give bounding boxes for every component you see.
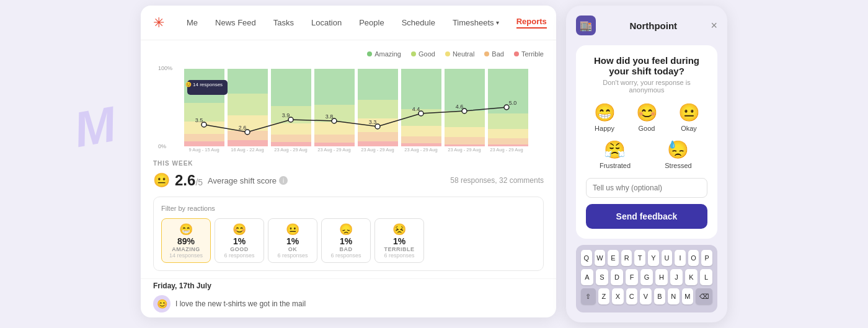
timesheets-arrow-icon: ▾	[496, 19, 499, 26]
key-l[interactable]: L	[700, 269, 712, 285]
key-z[interactable]: Z	[598, 288, 610, 304]
emoji-label-frustrated: Frustrated	[600, 162, 631, 169]
svg-text:4.4: 4.4	[412, 106, 420, 112]
key-n[interactable]: N	[668, 288, 680, 304]
svg-text:9 Aug - 15 Aug: 9 Aug - 15 Aug	[188, 147, 219, 153]
comment-avatar: 😊	[153, 295, 170, 312]
svg-text:23 Aug - 29 Aug: 23 Aug - 29 Aug	[490, 147, 523, 153]
comment-text: I love the new t-shirts we got in the ma…	[175, 299, 306, 308]
emoji-option-frustrated[interactable]: 😤 Frustrated	[600, 140, 631, 169]
nav-item-people[interactable]: People	[359, 18, 384, 27]
reaction-good[interactable]: 😊 1% GOOD 6 responses	[215, 218, 264, 263]
reaction-type-ok: OK	[288, 246, 298, 252]
shift-key[interactable]: ⇧	[581, 288, 596, 304]
legend-label-terrible: Terrible	[521, 50, 544, 58]
nav-item-schedule[interactable]: Schedule	[402, 18, 435, 27]
svg-text:0%: 0%	[158, 143, 166, 149]
key-r[interactable]: R	[621, 250, 632, 266]
svg-rect-27	[401, 69, 441, 109]
key-k[interactable]: K	[685, 269, 698, 285]
key-m[interactable]: M	[682, 288, 694, 304]
key-i[interactable]: I	[675, 250, 686, 266]
key-q[interactable]: Q	[581, 250, 592, 266]
tell-us-input[interactable]	[586, 178, 707, 198]
date-section: Friday, 17th July 😊 I love the new t-shi…	[141, 278, 556, 317]
key-j[interactable]: J	[670, 269, 683, 285]
reaction-type-good: GOOD	[230, 246, 249, 252]
key-d[interactable]: D	[611, 269, 623, 285]
mobile-card: How did you feel during your shift today…	[576, 45, 717, 239]
legend-good: Good	[411, 50, 435, 58]
backspace-key[interactable]: ⌫	[696, 288, 712, 304]
svg-rect-40	[488, 138, 528, 144]
svg-rect-35	[445, 137, 485, 144]
svg-rect-14	[271, 123, 311, 135]
key-u[interactable]: U	[662, 250, 673, 266]
nav-item-timesheets[interactable]: Timesheets ▾	[453, 18, 499, 27]
reaction-bad[interactable]: 😞 1% BAD 6 responses	[321, 218, 371, 263]
reaction-count-bad: 6 responses	[330, 252, 361, 259]
send-feedback-button[interactable]: Send feedback	[586, 204, 707, 229]
reaction-count-good: 6 responses	[224, 252, 254, 259]
legend-neutral: Neutral	[445, 50, 474, 58]
key-e[interactable]: E	[608, 250, 619, 266]
svg-text:100%: 100%	[158, 65, 172, 71]
svg-rect-7	[228, 69, 268, 94]
responses-text: 58 responses, 32 comments	[450, 176, 544, 185]
nav-item-reports[interactable]: Reports	[516, 17, 547, 29]
svg-text:23 Aug - 29 Aug: 23 Aug - 29 Aug	[274, 147, 307, 153]
key-a[interactable]: A	[581, 269, 593, 285]
comment-row: 😊 I love the new t-shirts we got in the …	[153, 295, 544, 312]
svg-rect-15	[271, 135, 311, 142]
nav-item-location[interactable]: Location	[311, 18, 342, 27]
chart-area: Amazing Good Neutral Bad Terrible	[141, 40, 556, 153]
svg-rect-6	[184, 141, 224, 146]
svg-rect-22	[358, 69, 398, 100]
emoji-option-okay[interactable]: 😐 Okay	[670, 102, 707, 132]
legend-dot-amazing	[367, 51, 372, 56]
svg-rect-29	[401, 126, 441, 136]
key-y[interactable]: Y	[648, 250, 659, 266]
key-g[interactable]: G	[640, 269, 653, 285]
svg-text:23 Aug - 29 Aug: 23 Aug - 29 Aug	[448, 147, 480, 153]
svg-rect-8	[228, 94, 268, 115]
mobile-question: How did you feel during your shift today…	[586, 55, 707, 76]
close-button[interactable]: ×	[711, 19, 717, 32]
key-f[interactable]: F	[626, 269, 638, 285]
emoji-option-happy[interactable]: 😁 Happy	[586, 102, 623, 132]
key-o[interactable]: O	[688, 250, 699, 266]
this-week-section: THIS WEEK 😐 2.6/5 Average shift score i …	[141, 153, 556, 189]
key-t[interactable]: T	[634, 250, 645, 266]
svg-text:3.5: 3.5	[195, 117, 203, 123]
key-x[interactable]: X	[612, 288, 624, 304]
nav-item-newsfeed[interactable]: News Feed	[215, 18, 256, 27]
emoji-option-stressed[interactable]: 😓 Stressed	[665, 140, 691, 169]
key-h[interactable]: H	[655, 269, 668, 285]
nav-item-tasks[interactable]: Tasks	[273, 18, 294, 27]
legend-terrible: Terrible	[514, 50, 544, 58]
key-w[interactable]: W	[595, 250, 606, 266]
reaction-type-bad: BAD	[340, 246, 353, 252]
svg-rect-39	[488, 129, 528, 138]
key-c[interactable]: C	[626, 288, 638, 304]
key-p[interactable]: P	[701, 250, 712, 266]
legend-amazing: Amazing	[367, 50, 401, 58]
svg-text:23 Aug - 29 Aug: 23 Aug - 29 Aug	[404, 147, 437, 153]
key-s[interactable]: S	[596, 269, 608, 285]
reaction-terrible[interactable]: 😣 1% TERRIBLE 6 responses	[374, 218, 424, 263]
reaction-pct-ok: 1%	[286, 236, 299, 246]
emoji-option-good[interactable]: 😊 Good	[628, 102, 665, 132]
svg-text:4.6: 4.6	[456, 104, 464, 110]
info-icon[interactable]: i	[279, 176, 288, 185]
key-b[interactable]: B	[654, 288, 666, 304]
score-left: 😐 2.6/5 Average shift score i	[153, 172, 288, 189]
key-v[interactable]: V	[640, 288, 652, 304]
nav-item-me[interactable]: Me	[187, 18, 198, 27]
reaction-amazing[interactable]: 😁 89% AMAZING 14 responses	[161, 218, 211, 263]
chart-legend: Amazing Good Neutral Bad Terrible	[153, 50, 544, 58]
svg-rect-23	[358, 100, 398, 118]
reaction-ok[interactable]: 😐 1% OK 6 responses	[268, 218, 317, 263]
reaction-emoji-amazing: 😁	[179, 223, 193, 236]
reaction-emoji-bad: 😞	[339, 223, 353, 236]
svg-text:3.9: 3.9	[282, 112, 290, 118]
